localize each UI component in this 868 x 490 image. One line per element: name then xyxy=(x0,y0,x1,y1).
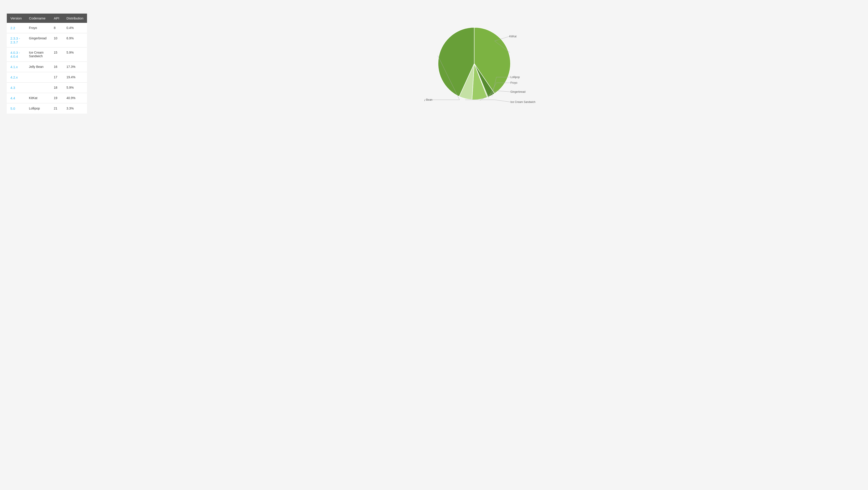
cell-api: 16 xyxy=(50,62,63,72)
cell-api: 8 xyxy=(50,23,63,33)
table-row: 4.1.xJelly Bean1617.3% xyxy=(7,62,87,72)
label-text-lollipop: Lollipop xyxy=(510,76,520,79)
cell-distribution: 5.9% xyxy=(63,83,87,93)
cell-api: 21 xyxy=(50,104,63,114)
cell-api: 19 xyxy=(50,93,63,104)
col-version: Version xyxy=(7,13,25,23)
cell-codename xyxy=(25,83,50,93)
cell-distribution: 19.4% xyxy=(63,72,87,83)
cell-version: 4.4 xyxy=(7,93,25,104)
cell-version: 2.2 xyxy=(7,23,25,33)
cell-version: 4.1.x xyxy=(7,62,25,72)
label-text-jelly-bean: Jelly Bean xyxy=(425,98,432,102)
cell-distribution: 40.9% xyxy=(63,93,87,104)
label-text-ice-cream-sandwich: Ice Cream Sandwich xyxy=(510,100,535,104)
col-distribution: Distribution xyxy=(63,13,87,23)
cell-version: 4.2.x xyxy=(7,72,25,83)
cell-codename: Ice CreamSandwich xyxy=(25,48,50,62)
label-text-gingerbread: Gingerbread xyxy=(510,90,526,93)
cell-distribution: 0.4% xyxy=(63,23,87,33)
pie-chart-wrapper: KitKatLollipopFroyoGingerbreadIce Cream … xyxy=(101,16,861,111)
label-text-froyo: Froyo xyxy=(510,81,518,84)
cell-api: 17 xyxy=(50,72,63,83)
table-header-row: Version Codename API Distribution xyxy=(7,13,87,23)
cell-api: 18 xyxy=(50,83,63,93)
cell-distribution: 17.3% xyxy=(63,62,87,72)
cell-api: 15 xyxy=(50,48,63,62)
android-version-table: Version Codename API Distribution 2.2Fro… xyxy=(7,13,87,114)
cell-distribution: 5.9% xyxy=(63,48,87,62)
cell-version: 2.3.3 -2.3.7 xyxy=(7,33,25,48)
pie-chart-svg: KitKatLollipopFroyoGingerbreadIce Cream … xyxy=(425,16,537,111)
data-table-wrapper: Version Codename API Distribution 2.2Fro… xyxy=(7,13,87,114)
table-row: 2.3.3 -2.3.7Gingerbread106.9% xyxy=(7,33,87,48)
table-row: 4.2.x1719.4% xyxy=(7,72,87,83)
cell-codename xyxy=(25,72,50,83)
main-container: Version Codename API Distribution 2.2Fro… xyxy=(7,13,861,114)
cell-version: 5.0 xyxy=(7,104,25,114)
table-row: 4.3185.9% xyxy=(7,83,87,93)
cell-codename: Lollipop xyxy=(25,104,50,114)
cell-version: 4.3 xyxy=(7,83,25,93)
cell-codename: KitKat xyxy=(25,93,50,104)
cell-distribution: 3.3% xyxy=(63,104,87,114)
col-codename: Codename xyxy=(25,13,50,23)
table-row: 4.0.3 -4.0.4Ice CreamSandwich155.9% xyxy=(7,48,87,62)
cell-codename: Jelly Bean xyxy=(25,62,50,72)
cell-version: 4.0.3 -4.0.4 xyxy=(7,48,25,62)
label-line-ice-cream-sandwich xyxy=(465,100,510,102)
cell-distribution: 6.9% xyxy=(63,33,87,48)
cell-api: 10 xyxy=(50,33,63,48)
table-row: 5.0Lollipop213.3% xyxy=(7,104,87,114)
table-row: 4.4KitKat1940.9% xyxy=(7,93,87,104)
label-text-kitkat: KitKat xyxy=(509,35,517,38)
col-api: API xyxy=(50,13,63,23)
table-row: 2.2Froyo80.4% xyxy=(7,23,87,33)
cell-codename: Froyo xyxy=(25,23,50,33)
cell-codename: Gingerbread xyxy=(25,33,50,48)
pie-container: KitKatLollipopFroyoGingerbreadIce Cream … xyxy=(425,16,537,111)
